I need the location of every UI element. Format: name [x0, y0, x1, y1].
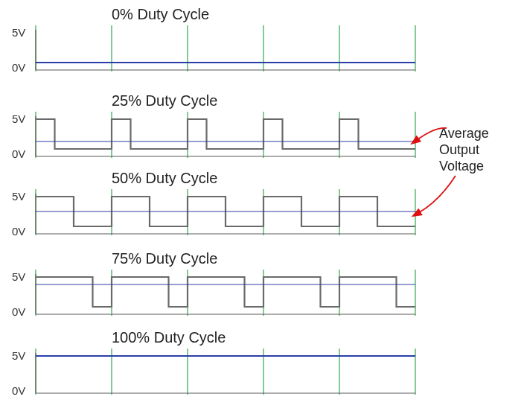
- y-label-low: 0V: [12, 147, 25, 160]
- pwm-duty-cycle-diagram: 0% Duty Cycle5V0V25% Duty Cycle5V0V50% D…: [0, 0, 524, 420]
- annotation-line-1: Average: [439, 126, 489, 141]
- y-label-high: 5V: [12, 270, 25, 283]
- pwm-waveform: [36, 119, 415, 149]
- row-title: 100% Duty Cycle: [112, 329, 226, 346]
- duty-row-50: 50% Duty Cycle5V0V: [12, 170, 415, 238]
- row-title: 75% Duty Cycle: [112, 250, 217, 267]
- row-title: 0% Duty Cycle: [112, 6, 209, 22]
- y-label-high: 5V: [12, 190, 25, 203]
- annotation-line-2: Output: [439, 142, 479, 157]
- y-label-high: 5V: [12, 26, 25, 39]
- duty-row-75: 75% Duty Cycle5V0V: [12, 250, 415, 318]
- y-label-high: 5V: [12, 112, 25, 125]
- y-label-low: 0V: [12, 225, 25, 238]
- row-title: 50% Duty Cycle: [112, 170, 217, 186]
- row-title: 25% Duty Cycle: [112, 92, 217, 109]
- annotation-arrow-2: [418, 176, 456, 213]
- axes: [36, 30, 415, 70]
- axes: [36, 353, 415, 393]
- duty-row-100: 100% Duty Cycle5V0V: [12, 329, 415, 397]
- y-label-low: 0V: [12, 305, 25, 318]
- y-label-low: 0V: [12, 61, 25, 74]
- annotation-line-3: Voltage: [439, 159, 484, 174]
- pwm-waveform: [36, 277, 415, 307]
- duty-row-25: 25% Duty Cycle5V0V: [12, 92, 415, 160]
- duty-row-0: 0% Duty Cycle5V0V: [12, 6, 415, 74]
- y-label-high: 5V: [12, 349, 25, 362]
- y-label-low: 0V: [12, 384, 25, 397]
